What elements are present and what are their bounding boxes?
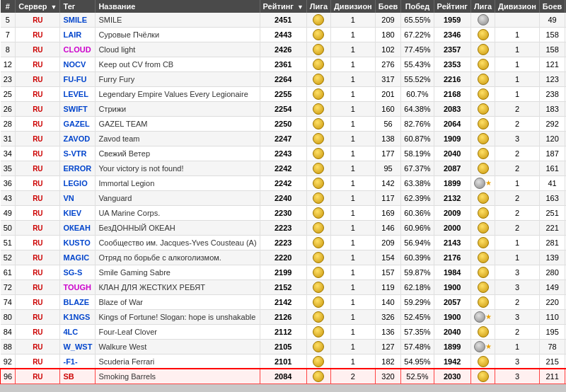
clan-tag-link[interactable]: VN (63, 194, 74, 202)
table-row: 80 RU K1NGS Kings of Fortune! Slogan: ho… (1, 310, 567, 325)
clan-tag-link[interactable]: 4LC (63, 328, 78, 336)
row-wins1: 54.95% (401, 354, 434, 369)
row-tag[interactable]: BLAZE (60, 295, 96, 310)
server-flag: RU (33, 150, 42, 158)
clan-tag-link[interactable]: S-VTR (63, 149, 86, 158)
clan-tag-link[interactable]: CLOUD (63, 45, 91, 54)
col-header-rating1[interactable]: Рейтинг ▼ (260, 0, 306, 13)
row-server: RU (16, 176, 60, 191)
row-tag[interactable]: FU-FU (60, 72, 96, 87)
row-tag[interactable]: S-VTR (60, 146, 96, 161)
table-row: 34 RU S-VTR Свежий Ветер 2243 1 177 58.1… (1, 146, 567, 161)
clan-tag-link[interactable]: W_WST (63, 342, 92, 351)
row-division1: 1 (331, 13, 376, 28)
row-wins1: 67.22% (401, 28, 434, 42)
row-battles2: 158 (539, 42, 565, 57)
clan-tag-link[interactable]: SG-S (63, 268, 82, 277)
row-tag[interactable]: LEGIO (60, 176, 96, 191)
row-tag[interactable]: SWIFT (60, 102, 96, 117)
row-tag[interactable]: GAZEL (60, 117, 96, 132)
col-header-server[interactable]: Сервер ▼ (16, 0, 60, 13)
row-wins1: 60.39% (401, 250, 434, 265)
clan-tag-link[interactable]: KUSTO (63, 238, 90, 247)
row-num: 88 (1, 340, 16, 354)
table-row: 23 RU FU-FU Furry Fury 2264 1 317 55.52%… (1, 72, 567, 87)
row-division1: 1 (331, 191, 376, 206)
league-medal-gold (313, 341, 324, 352)
row-league1 (306, 132, 330, 146)
row-server: RU (16, 161, 60, 176)
row-tag[interactable]: ZAVOD (60, 132, 96, 146)
clan-tag-link[interactable]: NOCV (63, 60, 86, 69)
row-tag[interactable]: 4LC (60, 325, 96, 340)
clan-tag-link[interactable]: -F1- (63, 357, 77, 366)
row-wins1: 57.48% (401, 340, 434, 354)
row-tag[interactable]: LAIR (60, 28, 96, 42)
row-tag[interactable]: CLOUD (60, 42, 96, 57)
row-name: Four-Leaf Clover (96, 325, 260, 340)
clan-tag-link[interactable]: ZAVOD (63, 134, 90, 143)
clan-tag-link[interactable]: LEVEL (63, 90, 88, 98)
row-league1 (306, 280, 330, 295)
row-tag[interactable]: K1NGS (60, 310, 96, 325)
clan-tag-link[interactable]: KIEV (63, 209, 81, 217)
row-rating1: 2220 (260, 250, 306, 265)
row-tag[interactable]: KUSTO (60, 236, 96, 250)
clan-name: UA Marine Corps. (98, 209, 160, 217)
row-tag[interactable]: ERROR (60, 161, 96, 176)
row-tag[interactable]: W_WST (60, 340, 96, 354)
clan-tag-link[interactable]: TOUGH (63, 283, 91, 292)
server-flag: RU (33, 343, 42, 351)
league-medal-gold (478, 371, 489, 382)
clan-tag-link[interactable]: MAGIC (63, 253, 89, 262)
league-medal-gold (478, 103, 489, 115)
row-tag[interactable]: SB (60, 369, 96, 384)
clan-tag-link[interactable]: SMILE (63, 16, 87, 24)
server-flag: RU (33, 76, 42, 83)
row-battles1: 182 (375, 354, 401, 369)
row-battles1: 95 (375, 161, 401, 176)
clan-tag-link[interactable]: ОКЕАН (63, 224, 91, 232)
row-wins1: 59.87% (401, 265, 434, 280)
row-rating2: 2064 (434, 117, 470, 132)
row-name: Smile Gaming Sabre (96, 265, 260, 280)
server-flag: RU (33, 195, 42, 202)
col-header-wins1: Побед (401, 0, 434, 13)
clan-tag-link[interactable]: SWIFT (63, 105, 87, 113)
clan-tag-link[interactable]: K1NGS (63, 313, 90, 321)
row-tag[interactable]: MAGIC (60, 250, 96, 265)
row-battles1: 326 (375, 310, 401, 325)
row-wins1: 60.87% (401, 132, 434, 146)
row-num: 23 (1, 72, 16, 87)
league-medal-gold (478, 326, 489, 338)
clan-name: Blaze of War (98, 298, 143, 306)
row-tag[interactable]: SMILE (60, 13, 96, 28)
row-tag[interactable]: SG-S (60, 265, 96, 280)
league-medal-gold (478, 29, 489, 40)
row-num: 25 (1, 87, 16, 102)
clan-tag-link[interactable]: GAZEL (63, 120, 89, 128)
clan-tag-link[interactable]: SB (63, 372, 74, 381)
clan-tag-link[interactable]: LEGIO (63, 179, 87, 188)
row-league2: ★ (470, 176, 495, 191)
row-rating1: 2112 (260, 325, 306, 340)
clan-tag-link[interactable]: BLAZE (63, 298, 89, 306)
row-tag[interactable]: TOUGH (60, 280, 96, 295)
row-rating2: 2346 (434, 28, 470, 42)
row-tag[interactable]: LEVEL (60, 87, 96, 102)
row-battles2: 215 (539, 354, 565, 369)
col-header-battles1: Боев (375, 0, 401, 13)
clan-tag-link[interactable]: FU-FU (63, 75, 86, 83)
row-name: Свежий Ветер (96, 146, 260, 161)
row-wins1: 60.7% (401, 87, 434, 102)
clan-name: Keep out CV from CB (98, 60, 173, 69)
row-tag[interactable]: ОКЕАН (60, 221, 96, 236)
row-server: RU (16, 265, 60, 280)
clan-tag-link[interactable]: ERROR (63, 164, 91, 173)
row-tag[interactable]: KIEV (60, 206, 96, 221)
row-tag[interactable]: VN (60, 191, 96, 206)
clan-tag-link[interactable]: LAIR (63, 30, 81, 39)
row-battles1: 276 (375, 57, 401, 72)
row-tag[interactable]: -F1- (60, 354, 96, 369)
row-tag[interactable]: NOCV (60, 57, 96, 72)
